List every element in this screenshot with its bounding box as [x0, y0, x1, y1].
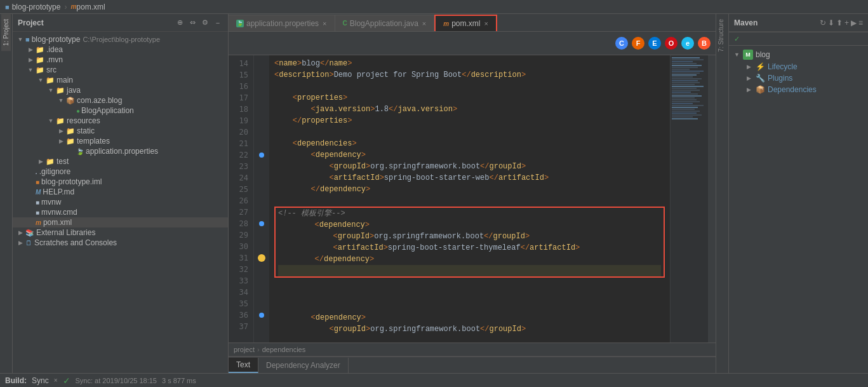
tree-item-mvnwcmd[interactable]: ■ mvnw.cmd: [13, 207, 228, 217]
tree-item-iml[interactable]: ■ blog-prototype.iml: [13, 177, 228, 187]
tree-item-main[interactable]: ▼ 📁 main: [13, 75, 228, 85]
maven-title: Maven: [734, 18, 758, 27]
code-line-29: <groupId>org.springframework.boot</group…: [278, 231, 661, 242]
gutter-14: [254, 58, 269, 69]
tab-close-blogapp[interactable]: ×: [422, 20, 426, 27]
tree-label-java: java: [67, 86, 81, 95]
ln-18: 18: [229, 104, 248, 115]
ln-29: 29: [229, 229, 248, 241]
ln-21: 21: [229, 138, 248, 149]
extlibs-icon: 📚: [25, 229, 34, 237]
mvnwcmd-icon: ■: [36, 209, 39, 216]
maven-import-icon[interactable]: ⬆: [836, 18, 843, 27]
gutter-28: [254, 218, 269, 229]
vtab-structure[interactable]: 7: Structure: [716, 14, 728, 57]
tree-item-appprop[interactable]: 🍃 application.properties: [13, 146, 228, 156]
maven-run-icon[interactable]: ▶: [851, 18, 857, 27]
edge-icon[interactable]: E: [648, 37, 661, 50]
tree-item-scratches[interactable]: ▶ 🗒 Scratches and Consoles: [13, 238, 228, 248]
tree-item-java[interactable]: ▼ 📁 java: [13, 85, 228, 95]
tab-close-pomxml[interactable]: ×: [484, 20, 488, 27]
maven-add-icon[interactable]: +: [845, 18, 849, 27]
main-layout: 1: Project Project ⊕ ⇔ ⚙ − ▼ ■ blog-p: [0, 14, 868, 373]
code-line-34: [274, 289, 665, 301]
tree-item-resources[interactable]: ▼ 📁 resources: [13, 116, 228, 126]
tree-item-pomxml[interactable]: m pom.xml: [13, 217, 228, 227]
gutter-25: [254, 184, 269, 195]
editor-tabs: 🍃 application.properties × C BlogApplica…: [229, 14, 716, 32]
maven-refresh-icon[interactable]: ↻: [820, 18, 826, 27]
vtab-project[interactable]: 1: Project: [1, 14, 11, 51]
tree-label-scratches: Scratches and Consoles: [34, 238, 117, 247]
maven-lifecycle[interactable]: ▶ ⚡ Lifecycle: [729, 61, 868, 72]
tree-item-gitignore[interactable]: . .gitignore: [13, 166, 228, 177]
firefox-icon[interactable]: F: [632, 37, 644, 50]
sync-tab-close[interactable]: ×: [54, 377, 58, 384]
settings-icon[interactable]: ⚙: [200, 18, 210, 28]
tree-item-package[interactable]: ▼ 📦 com.aze.blog: [13, 95, 228, 105]
tree-item-idea[interactable]: ▶ 📁 .idea: [13, 44, 228, 55]
brave-icon[interactable]: B: [698, 37, 711, 50]
code-line-19: </properties>: [274, 115, 665, 126]
editor-scrollbar[interactable]: [708, 55, 716, 343]
collapse-icon[interactable]: ⇔: [187, 18, 197, 28]
tree-label-helpmd: HELP.md: [43, 187, 74, 196]
tree-label-gitignore: .gitignore: [39, 167, 70, 176]
ln-25: 25: [229, 184, 248, 195]
maven-download-icon[interactable]: ⬇: [828, 18, 834, 27]
bottom-tab-dependency[interactable]: Dependency Analyzer: [258, 358, 349, 373]
tree-item-blogapp[interactable]: ● BlogApplication: [13, 105, 228, 116]
add-icon[interactable]: ⊕: [175, 18, 185, 28]
maven-root-arrow: ▼: [734, 51, 743, 58]
tree-label-pomxml: pom.xml: [43, 218, 72, 227]
gutter-22: [254, 149, 269, 161]
maven-panel: Maven ↻ ⬇ ⬆ + ▶ ≡ ✓ ▼ M blog: [728, 14, 868, 373]
line-gutter: [254, 55, 269, 343]
tree-label-src: src: [46, 65, 57, 74]
maven-more-icon[interactable]: ≡: [858, 18, 863, 27]
tree-item-mvnw[interactable]: ■ mvnw: [13, 197, 228, 207]
code-line-21: <dependencies>: [274, 138, 665, 149]
sync-status: Sync: at 2019/10/25 18:15: [76, 377, 157, 384]
appprop-tab-icon: 🍃: [236, 20, 244, 27]
gutter-35: [254, 298, 269, 309]
tab-application-properties[interactable]: 🍃 application.properties ×: [229, 15, 335, 31]
maven-plugins-arrow: ▶: [747, 75, 756, 81]
chrome-icon[interactable]: C: [615, 37, 628, 50]
opera-icon[interactable]: O: [665, 37, 678, 50]
tree-label-blogapp: BlogApplication: [81, 106, 134, 115]
code-area[interactable]: <name>blog</name> <description>Demo proj…: [269, 55, 670, 343]
tree-item-mvn[interactable]: ▶ 📁 .mvn: [13, 55, 228, 65]
gitignore-icon: .: [36, 168, 37, 175]
maven-plugins[interactable]: ▶ 🔧 Plugins: [729, 72, 868, 84]
maven-root[interactable]: ▼ M blog: [729, 48, 868, 61]
maven-icons: ↻ ⬇ ⬆ + ▶ ≡: [820, 18, 863, 27]
tab-label-blogapp: BlogApplication.java: [350, 19, 418, 28]
tree-item-test[interactable]: ▶ 📁 test: [13, 156, 228, 166]
tab-blogapplication[interactable]: C BlogApplication.java ×: [335, 15, 435, 31]
tab-pomxml[interactable]: m pom.xml ×: [434, 15, 497, 31]
build-tab-sync[interactable]: Sync: [32, 376, 49, 385]
tree-item-root[interactable]: ▼ ■ blog-prototype C:\Project\blog-proto…: [13, 34, 228, 44]
gutter-17: [254, 92, 269, 104]
tree-item-ext-libs[interactable]: ▶ 📚 External Libraries: [13, 227, 228, 238]
tree-item-helpmd[interactable]: M HELP.md: [13, 187, 228, 197]
tree-item-static[interactable]: ▶ 📁 static: [13, 126, 228, 136]
tab-close-appprop[interactable]: ×: [323, 20, 326, 27]
java-folder-icon: 📁: [56, 86, 65, 95]
tree-item-templates[interactable]: ▶ 📁 templates: [13, 136, 228, 146]
maven-panel-header: Maven ↻ ⬇ ⬆ + ▶ ≡: [729, 14, 868, 32]
ie-icon[interactable]: e: [681, 37, 694, 50]
static-folder-icon: 📁: [66, 127, 75, 135]
blue-dot-28: [259, 221, 264, 226]
ln-19: 19: [229, 115, 248, 126]
tree-label-appprop: application.properties: [86, 147, 158, 156]
tree-label-test: test: [57, 157, 69, 166]
blue-dot-36: [259, 313, 264, 318]
code-line-33: [274, 278, 665, 289]
bottom-tab-text[interactable]: Text: [229, 358, 258, 373]
tree-item-src[interactable]: ▼ 📁 src: [13, 65, 228, 75]
close-icon[interactable]: −: [213, 18, 223, 28]
maven-dependencies[interactable]: ▶ 📦 Dependencies: [729, 84, 868, 95]
panel-icons: ⊕ ⇔ ⚙ −: [175, 18, 223, 28]
